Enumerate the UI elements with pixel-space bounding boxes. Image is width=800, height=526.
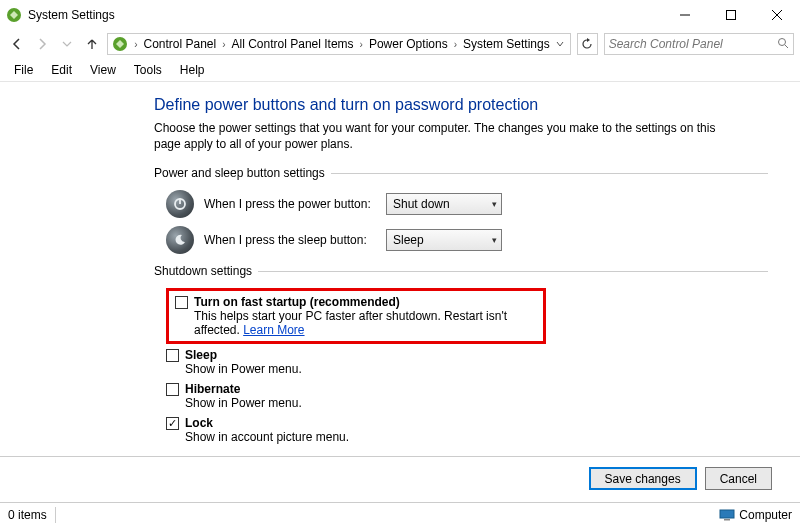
breadcrumb-item[interactable]: Power Options bbox=[367, 37, 450, 51]
window-title: System Settings bbox=[28, 8, 662, 22]
search-icon[interactable] bbox=[777, 37, 789, 52]
sleep-checkbox[interactable] bbox=[166, 349, 179, 362]
sleep-label: Sleep bbox=[185, 348, 217, 362]
power-button-row: When I press the power button: Shut down… bbox=[154, 190, 800, 218]
status-bar: 0 items Computer bbox=[0, 502, 800, 526]
lock-description: Show in account picture menu. bbox=[185, 430, 800, 444]
power-icon bbox=[166, 190, 194, 218]
fast-startup-checkbox[interactable] bbox=[175, 296, 188, 309]
title-bar: System Settings bbox=[0, 0, 800, 30]
highlight-box: Turn on fast startup (recommended) This … bbox=[166, 288, 546, 344]
menu-file[interactable]: File bbox=[6, 61, 41, 79]
search-input[interactable] bbox=[609, 37, 777, 51]
lock-label: Lock bbox=[185, 416, 213, 430]
navigation-bar: › Control Panel › All Control Panel Item… bbox=[0, 30, 800, 58]
chevron-down-icon: ▾ bbox=[492, 235, 497, 245]
sleep-button-label: When I press the sleep button: bbox=[204, 233, 386, 247]
close-button[interactable] bbox=[754, 0, 800, 30]
chevron-right-icon[interactable]: › bbox=[130, 39, 141, 50]
status-items-count: 0 items bbox=[8, 508, 47, 522]
menu-tools[interactable]: Tools bbox=[126, 61, 170, 79]
content-area: Define power buttons and turn on passwor… bbox=[0, 82, 800, 474]
save-changes-button[interactable]: Save changes bbox=[589, 467, 697, 490]
menu-edit[interactable]: Edit bbox=[43, 61, 80, 79]
sleep-button-value: Sleep bbox=[393, 233, 424, 247]
sleep-button-row: When I press the sleep button: Sleep ▾ bbox=[154, 226, 800, 254]
maximize-button[interactable] bbox=[708, 0, 754, 30]
divider bbox=[55, 507, 56, 523]
chevron-right-icon[interactable]: › bbox=[450, 39, 461, 50]
chevron-right-icon[interactable]: › bbox=[356, 39, 367, 50]
svg-rect-10 bbox=[720, 510, 734, 518]
footer-button-bar: Save changes Cancel bbox=[0, 456, 800, 500]
recent-locations-button[interactable] bbox=[56, 32, 79, 56]
sleep-description: Show in Power menu. bbox=[185, 362, 800, 376]
section-power-sleep-label: Power and sleep button settings bbox=[154, 166, 325, 180]
menu-bar: File Edit View Tools Help bbox=[0, 58, 800, 82]
breadcrumb[interactable]: › Control Panel › All Control Panel Item… bbox=[107, 33, 571, 55]
breadcrumb-item[interactable]: All Control Panel Items bbox=[230, 37, 356, 51]
hibernate-description: Show in Power menu. bbox=[185, 396, 800, 410]
chevron-down-icon: ▾ bbox=[492, 199, 497, 209]
up-button[interactable] bbox=[80, 32, 103, 56]
shutdown-settings-list: Turn on fast startup (recommended) This … bbox=[154, 288, 800, 444]
power-button-label: When I press the power button: bbox=[204, 197, 386, 211]
sleep-button-select[interactable]: Sleep ▾ bbox=[386, 229, 502, 251]
minimize-button[interactable] bbox=[662, 0, 708, 30]
fast-startup-description: This helps start your PC faster after sh… bbox=[194, 309, 537, 337]
computer-icon bbox=[719, 509, 735, 521]
fast-startup-label: Turn on fast startup (recommended) bbox=[194, 295, 400, 309]
chevron-right-icon[interactable]: › bbox=[218, 39, 229, 50]
status-location: Computer bbox=[739, 508, 792, 522]
forward-button[interactable] bbox=[31, 32, 54, 56]
location-icon bbox=[112, 36, 128, 52]
back-button[interactable] bbox=[6, 32, 29, 56]
refresh-button[interactable] bbox=[577, 33, 598, 55]
learn-more-link[interactable]: Learn More bbox=[243, 323, 304, 337]
section-shutdown-label: Shutdown settings bbox=[154, 264, 252, 278]
search-box[interactable] bbox=[604, 33, 794, 55]
page-description: Choose the power settings that you want … bbox=[154, 120, 744, 152]
sleep-icon bbox=[166, 226, 194, 254]
svg-line-7 bbox=[785, 45, 788, 48]
breadcrumb-item[interactable]: System Settings bbox=[461, 37, 552, 51]
section-shutdown: Shutdown settings bbox=[154, 264, 768, 278]
cancel-button[interactable]: Cancel bbox=[705, 467, 772, 490]
lock-checkbox[interactable] bbox=[166, 417, 179, 430]
divider bbox=[258, 271, 768, 272]
page-title: Define power buttons and turn on passwor… bbox=[154, 96, 800, 114]
address-dropdown-button[interactable] bbox=[552, 37, 568, 51]
breadcrumb-item[interactable]: Control Panel bbox=[141, 37, 218, 51]
svg-rect-2 bbox=[727, 11, 736, 20]
power-button-select[interactable]: Shut down ▾ bbox=[386, 193, 502, 215]
menu-help[interactable]: Help bbox=[172, 61, 213, 79]
power-button-value: Shut down bbox=[393, 197, 450, 211]
svg-point-6 bbox=[779, 38, 786, 45]
svg-rect-11 bbox=[724, 519, 730, 521]
hibernate-label: Hibernate bbox=[185, 382, 240, 396]
app-icon bbox=[6, 7, 22, 23]
divider bbox=[331, 173, 768, 174]
menu-view[interactable]: View bbox=[82, 61, 124, 79]
hibernate-checkbox[interactable] bbox=[166, 383, 179, 396]
section-power-sleep: Power and sleep button settings bbox=[154, 166, 768, 180]
